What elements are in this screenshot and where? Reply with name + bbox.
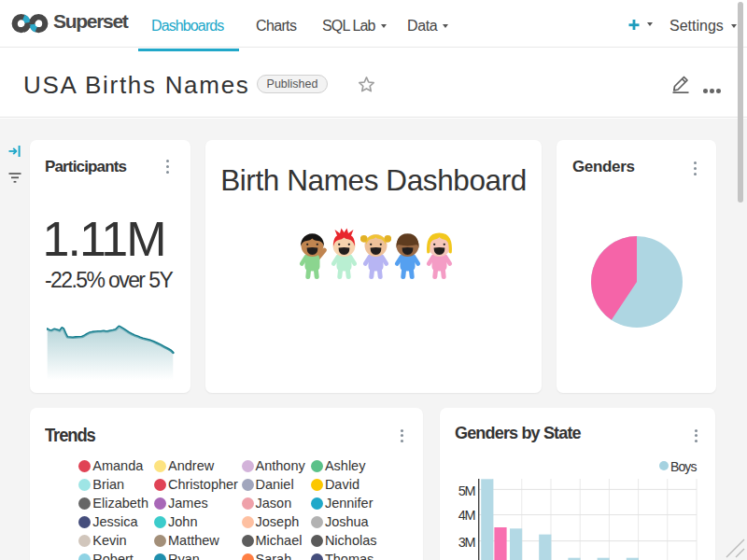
svg-text:5M: 5M — [458, 483, 475, 498]
svg-text:4M: 4M — [458, 508, 475, 523]
svg-text:3M: 3M — [458, 535, 475, 550]
